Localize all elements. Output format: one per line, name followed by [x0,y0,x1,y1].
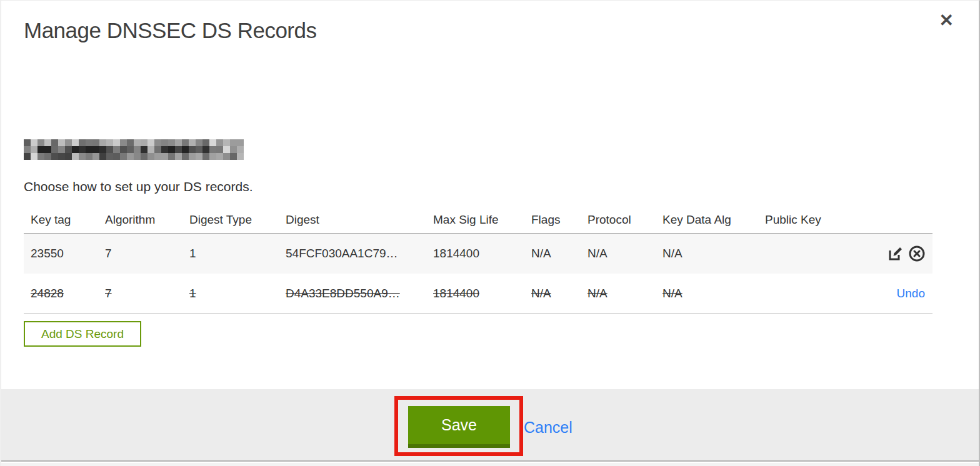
redaction-pixel [154,153,161,160]
redaction-pixel [148,139,154,146]
redaction-pixel [86,139,92,146]
redaction-pixel [134,153,141,160]
undo-link[interactable]: Undo [897,287,925,300]
redaction-pixel [120,153,127,160]
delete-record-button[interactable] [908,244,926,263]
close-icon[interactable]: ✕ [939,12,954,29]
row-actions: Undo [849,287,932,300]
redaction-pixel [99,139,106,146]
redaction-pixel [175,146,182,153]
column-header-protocol: Protocol [581,213,656,227]
redaction-pixel [51,139,58,146]
redaction-pixel [65,146,72,153]
redaction-pixel [79,146,86,153]
redaction-pixel [31,153,38,160]
cell-key-tag: 23550 [24,247,98,260]
column-header-public-key: Public Key [758,213,849,227]
cell-digest-type: 1 [182,247,279,260]
redaction-pixel [154,146,161,153]
table-header-row: Key tag Algorithm Digest Type Digest Max… [24,207,932,234]
redaction-pixel [216,153,223,160]
redaction-pixel [58,153,65,160]
redaction-pixel [24,139,31,146]
redaction-pixel [106,146,113,153]
redaction-pixel [196,146,202,153]
redaction-pixel [168,139,175,146]
cell-max-sig-life: 1814400 [426,247,524,260]
redaction-pixel [230,139,237,146]
delete-icon [908,245,926,262]
cell-key-tag: 24828 [24,287,98,300]
redaction-pixel [86,146,92,153]
edit-icon [888,245,904,262]
redaction-pixel [51,146,58,153]
redaction-pixel [38,146,44,153]
redaction-pixel [72,139,79,146]
column-header-flags: Flags [524,213,581,227]
cell-flags: N/A [524,287,581,300]
redaction-pixel [65,153,72,160]
redaction-pixel [92,153,99,160]
redaction-pixel [31,139,38,146]
redaction-pixel [237,139,244,146]
redaction-pixel [113,139,120,146]
redaction-pixel [141,153,148,160]
redaction-pixel [99,146,106,153]
redaction-pixel [196,153,202,160]
redaction-pixel [24,153,31,160]
redaction-pixel [168,146,175,153]
redaction-pixel [134,146,141,153]
column-header-algorithm: Algorithm [98,213,182,227]
cancel-link[interactable]: Cancel [524,419,572,437]
redaction-pixel [44,139,51,146]
redaction-pixel [196,139,202,146]
row-actions [849,244,932,263]
redaction-pixel [113,153,120,160]
redaction-pixel [182,146,189,153]
redaction-pixel [161,153,168,160]
redaction-pixel [216,139,223,146]
redaction-pixel [134,139,141,146]
dnssec-dialog: Manage DNSSEC DS Records ✕ Choose how to… [0,0,980,466]
redacted-domain-name [24,139,244,160]
redaction-pixel [106,153,113,160]
add-ds-record-button[interactable]: Add DS Record [24,321,141,347]
redaction-pixel [51,153,58,160]
redaction-pixel [120,146,127,153]
redaction-pixel [141,146,148,153]
redaction-pixel [99,153,106,160]
save-button[interactable]: Save [408,406,510,448]
dialog-footer: Save Cancel [1,389,979,462]
redaction-pixel [58,146,65,153]
redaction-pixel [113,146,120,153]
redaction-pixel [38,139,44,146]
cell-max-sig-life: 1814400 [426,287,524,300]
redaction-pixel [230,146,237,153]
redaction-pixel [24,146,31,153]
redaction-pixel [154,139,161,146]
redaction-pixel [202,153,209,160]
redaction-pixel [31,146,38,153]
redaction-pixel [182,139,189,146]
redaction-pixel [65,139,72,146]
cell-protocol: N/A [581,287,656,300]
table-row: 23550 7 1 54FCF030AA1C79… 1814400 N/A N/… [24,234,932,274]
edit-record-button[interactable] [886,244,905,263]
redaction-pixel [175,153,182,160]
instruction-text: Choose how to set up your DS records. [24,179,253,194]
redaction-pixel [223,153,230,160]
redaction-pixel [72,153,79,160]
redaction-pixel [189,146,196,153]
cell-digest-type: 1 [182,287,279,300]
redaction-pixel [92,139,99,146]
redaction-pixel [237,153,244,160]
cell-digest: D4A33E8DD550A9… [279,287,426,300]
redaction-pixel [202,146,209,153]
cell-key-data-alg: N/A [656,247,758,260]
cell-algorithm: 7 [98,287,182,300]
redaction-pixel [58,139,65,146]
redaction-pixel [106,139,113,146]
redaction-pixel [120,139,127,146]
redaction-pixel [209,146,216,153]
page-background-strip [1,463,979,466]
